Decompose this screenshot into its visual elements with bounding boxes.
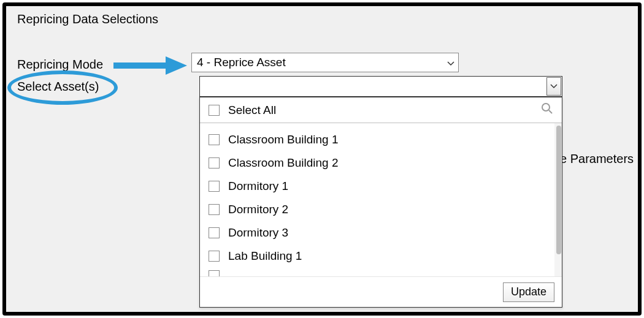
- search-icon[interactable]: [541, 102, 553, 118]
- repricing-mode-value: 4 - Reprice Asset: [197, 56, 286, 69]
- item-checkbox[interactable]: [209, 204, 220, 215]
- dropdown-toggle-button[interactable]: [546, 77, 561, 96]
- dropdown-list: Classroom Building 1 Classroom Building …: [200, 123, 562, 276]
- item-checkbox[interactable]: [209, 227, 220, 238]
- annotation-arrow-icon: [113, 56, 187, 75]
- item-checkbox[interactable]: [209, 270, 220, 276]
- list-item[interactable]: Dormitory 1: [209, 175, 562, 198]
- item-checkbox[interactable]: [209, 251, 220, 262]
- svg-point-2: [542, 104, 550, 111]
- item-checkbox[interactable]: [209, 134, 220, 145]
- item-label: Dormitory 1: [228, 180, 288, 193]
- item-label: Classroom Building 1: [228, 133, 339, 146]
- item-label: Dormitory 2: [228, 203, 288, 216]
- chevron-down-icon: [447, 56, 454, 69]
- assets-dropdown-panel: Select All Classroom Building 1 Classroo…: [199, 97, 562, 308]
- list-item[interactable]: Lab Building 1: [209, 244, 562, 268]
- item-label: Lab Building 1: [228, 249, 302, 263]
- label-repricing-mode: Repricing Mode: [17, 58, 103, 72]
- svg-marker-1: [166, 56, 187, 75]
- scrollbar-track[interactable]: [554, 123, 562, 276]
- dropdown-header: Select All: [200, 97, 562, 123]
- item-checkbox[interactable]: [209, 157, 220, 168]
- panel-title: Repricing Data Selections: [17, 12, 158, 26]
- select-all-label: Select All: [228, 104, 541, 117]
- list-item[interactable]: Classroom Building 1: [209, 128, 562, 151]
- list-item[interactable]: Dormitory 3: [209, 221, 562, 244]
- item-label: Dormitory 3: [228, 226, 288, 240]
- label-select-assets: Select Asset(s): [17, 80, 99, 94]
- scrollbar-thumb[interactable]: [556, 126, 561, 254]
- panel-frame: Repricing Data Selections Repricing Mode…: [2, 2, 642, 316]
- select-assets-input[interactable]: [199, 76, 562, 97]
- list-item[interactable]: [209, 268, 562, 276]
- select-all-checkbox[interactable]: [209, 105, 220, 116]
- list-item[interactable]: Dormitory 2: [209, 198, 562, 221]
- svg-line-3: [549, 110, 552, 113]
- item-label: Classroom Building 2: [228, 156, 339, 170]
- repricing-mode-select[interactable]: 4 - Reprice Asset: [191, 53, 459, 72]
- background-parameters-text: e Parameters: [560, 152, 634, 166]
- list-item[interactable]: Classroom Building 2: [209, 151, 562, 175]
- item-checkbox[interactable]: [209, 181, 220, 192]
- update-button[interactable]: Update: [503, 282, 554, 302]
- dropdown-footer: Update: [200, 276, 562, 307]
- chevron-down-icon: [550, 84, 558, 89]
